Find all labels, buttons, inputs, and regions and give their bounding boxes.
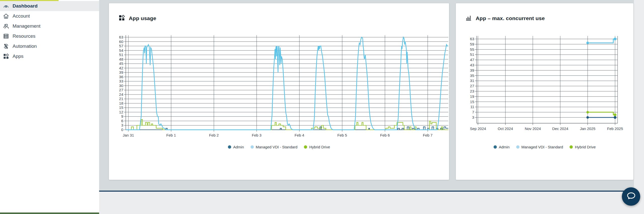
sidebar-item-label: Dashboard — [13, 3, 37, 9]
legend-item-hybrid-drive: Hybrid Drive — [304, 145, 330, 149]
svg-text:43: 43 — [470, 63, 474, 67]
legend-label: Admin — [233, 145, 244, 149]
svg-text:27: 27 — [470, 84, 474, 88]
gauge-icon — [3, 3, 9, 9]
content-panel: App usage 036912151821242730333639424548… — [98, 0, 634, 192]
card-max-concurrent: App – max. concurrent use 37111519232731… — [456, 3, 633, 180]
sidebar-item-resources[interactable]: Resources — [0, 31, 99, 41]
legend-item-admin: Admin — [228, 145, 244, 149]
svg-text:Feb 1: Feb 1 — [166, 133, 176, 137]
legend-item-managed-vdi-standard: Managed VDI - Standard — [251, 145, 298, 149]
svg-text:54: 54 — [119, 48, 123, 53]
svg-text:35: 35 — [470, 73, 474, 78]
card-title-max-concurrent: App – max. concurrent use — [476, 15, 545, 21]
legend-label: Hybrid Drive — [309, 145, 330, 149]
legend-label: Managed VDI - Standard — [521, 145, 563, 149]
svg-text:Feb 6: Feb 6 — [380, 133, 390, 137]
svg-text:Oct 2024: Oct 2024 — [498, 126, 513, 131]
svg-text:33: 33 — [119, 79, 123, 83]
sidebar-item-label: Resources — [13, 33, 35, 39]
chat-bubble-icon — [626, 191, 637, 202]
svg-text:48: 48 — [119, 57, 123, 61]
home-icon — [3, 13, 9, 19]
svg-text:51: 51 — [119, 53, 123, 57]
svg-text:3: 3 — [472, 115, 474, 119]
svg-text:23: 23 — [470, 89, 474, 93]
svg-text:Feb 2: Feb 2 — [209, 133, 219, 137]
svg-text:31: 31 — [470, 78, 474, 83]
legend-label: Hybrid Drive — [575, 145, 596, 149]
legend-label: Admin — [499, 145, 510, 149]
apps-icon — [3, 53, 9, 60]
sidebar-bottom-bar — [0, 212, 99, 214]
svg-text:15: 15 — [119, 105, 123, 110]
svg-text:57: 57 — [119, 44, 123, 48]
sidebar-item-label: Management — [13, 23, 41, 29]
svg-text:11: 11 — [470, 105, 474, 109]
svg-text:15: 15 — [470, 100, 474, 104]
legend-dot — [228, 145, 231, 149]
legend-dot — [494, 145, 497, 149]
svg-text:Nov 2024: Nov 2024 — [525, 126, 541, 131]
legend-item-managed-vdi-standard: Managed VDI - Standard — [516, 145, 563, 149]
svg-text:Feb 2025: Feb 2025 — [607, 126, 623, 131]
card-max-concurrent-header: App – max. concurrent use — [465, 14, 545, 22]
sidebar-item-label: Automation — [13, 44, 37, 49]
svg-text:60: 60 — [119, 39, 123, 44]
svg-text:Sep 2024: Sep 2024 — [470, 126, 486, 131]
svg-text:Feb 7: Feb 7 — [423, 133, 432, 137]
svg-text:47: 47 — [470, 58, 474, 62]
svg-text:27: 27 — [119, 88, 123, 92]
sidebar-item-account[interactable]: Account — [0, 11, 99, 21]
apps-icon — [118, 14, 125, 22]
svg-text:18: 18 — [119, 101, 123, 105]
svg-text:19: 19 — [470, 94, 474, 99]
sidebar-item-dashboard[interactable]: Dashboard — [0, 1, 99, 11]
svg-text:59: 59 — [470, 42, 474, 46]
legend-dot — [304, 145, 307, 149]
svg-text:30: 30 — [119, 83, 123, 88]
svg-text:21: 21 — [119, 97, 123, 101]
legend-dot — [251, 145, 254, 149]
sidebar-item-automation[interactable]: Automation — [0, 41, 99, 51]
max-concurrent-legend: AdminManaged VDI - StandardHybrid Drive — [456, 145, 633, 149]
sidebar-item-management[interactable]: Management — [0, 21, 99, 31]
sidebar-item-label: Account — [13, 13, 30, 19]
legend-label: Managed VDI - Standard — [256, 145, 298, 149]
app-usage-legend: AdminManaged VDI - StandardHybrid Drive — [109, 145, 449, 149]
svg-text:Dec 2024: Dec 2024 — [552, 126, 568, 131]
svg-text:0: 0 — [121, 127, 123, 132]
legend-item-hybrid-drive: Hybrid Drive — [570, 145, 596, 149]
svg-text:36: 36 — [119, 75, 123, 79]
svg-text:7: 7 — [472, 110, 474, 114]
svg-text:39: 39 — [470, 68, 474, 72]
svg-text:9: 9 — [121, 114, 123, 118]
svg-text:55: 55 — [470, 47, 474, 52]
max-concurrent-chart: 371115192327313539434751555963Sep 2024Oc… — [456, 3, 633, 180]
svg-text:24: 24 — [119, 92, 123, 97]
svg-text:63: 63 — [470, 37, 474, 41]
card-title-app-usage: App usage — [129, 15, 156, 21]
svg-text:Jan 2025: Jan 2025 — [580, 126, 595, 131]
svg-text:39: 39 — [119, 70, 123, 74]
svg-text:45: 45 — [119, 61, 123, 66]
card-app-usage-header: App usage — [118, 14, 156, 22]
svg-text:6: 6 — [121, 119, 123, 123]
card-app-usage: App usage 036912151821242730333639424548… — [109, 3, 449, 180]
sidebar-item-apps[interactable]: Apps — [0, 51, 99, 61]
chat-button[interactable] — [622, 187, 640, 206]
svg-text:3: 3 — [121, 123, 123, 127]
svg-text:Feb 4: Feb 4 — [295, 133, 304, 137]
svg-text:63: 63 — [119, 35, 123, 39]
svg-text:Feb 5: Feb 5 — [337, 133, 347, 137]
svg-text:Feb 3: Feb 3 — [252, 133, 261, 137]
legend-item-admin: Admin — [494, 145, 510, 149]
legend-dot — [570, 145, 573, 149]
sidebar: Dashboard Account Management Resources A… — [0, 0, 99, 214]
bar-chart-icon — [465, 14, 472, 22]
svg-text:51: 51 — [470, 52, 474, 57]
server-icon — [3, 33, 9, 39]
sidebar-menu: Dashboard Account Management Resources A… — [0, 1, 99, 61]
svg-text:Jan 31: Jan 31 — [123, 133, 134, 137]
automation-icon — [3, 43, 9, 50]
